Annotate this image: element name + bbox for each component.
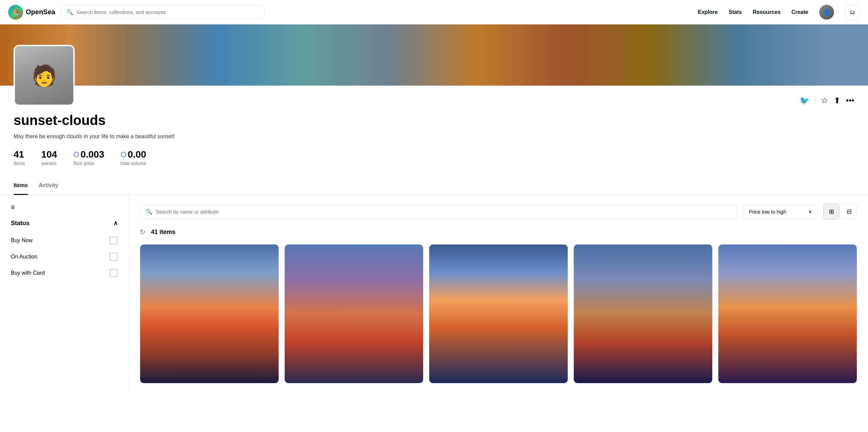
nav-create[interactable]: Create bbox=[791, 9, 808, 15]
item-search-icon: 🔍 bbox=[146, 209, 152, 215]
on-auction-label: On Auction bbox=[11, 254, 37, 260]
nft-card[interactable] bbox=[284, 244, 423, 383]
nft-card[interactable] bbox=[718, 244, 857, 383]
status-chevron-up-icon: ∧ bbox=[113, 219, 118, 227]
nav-resources[interactable]: Resources bbox=[753, 9, 780, 15]
collection-header: 🧑 🐦 ☆ ⬆ ••• bbox=[0, 24, 868, 86]
action-divider bbox=[815, 96, 815, 105]
buy-now-checkbox[interactable] bbox=[110, 236, 118, 245]
buy-now-label: Buy Now bbox=[11, 237, 33, 244]
sort-label: Price low to high bbox=[749, 209, 786, 215]
collection-tabs: Items Activity bbox=[0, 177, 868, 195]
collection-title: sunset-clouds bbox=[14, 113, 854, 128]
nft-thumbnail bbox=[429, 245, 568, 383]
items-toolbar: 🔍 Price low to high ∨ ⊞ ⊟ bbox=[140, 203, 857, 220]
collection-description: May there be enough clouds in your life … bbox=[14, 133, 251, 140]
on-auction-checkbox[interactable] bbox=[110, 253, 118, 261]
nft-thumbnail bbox=[718, 245, 857, 383]
items-header: ↻ 41 items bbox=[140, 228, 857, 236]
global-search-input[interactable] bbox=[77, 9, 259, 15]
sort-dropdown[interactable]: Price low to high ∨ bbox=[743, 204, 818, 219]
status-section-header[interactable]: Status ∧ bbox=[11, 219, 118, 227]
stat-items-label: items bbox=[14, 161, 25, 166]
twitter-button[interactable]: 🐦 bbox=[799, 96, 810, 105]
filter-toggle-button[interactable]: ≡ bbox=[11, 203, 118, 211]
stat-floor-label: floor price bbox=[73, 161, 104, 166]
view-small-button[interactable]: ⊟ bbox=[841, 203, 857, 220]
nav-stats[interactable]: Stats bbox=[729, 9, 742, 15]
nft-card[interactable] bbox=[140, 244, 279, 383]
stat-owners-value: 104 bbox=[41, 149, 57, 160]
stat-owners-label: owners bbox=[41, 161, 57, 166]
logo-text: OpenSea bbox=[26, 8, 55, 16]
stat-items: 41 items bbox=[14, 149, 25, 166]
eth-icon-floor: ⬡ bbox=[73, 150, 79, 159]
global-search-bar: 🔍 bbox=[61, 5, 264, 19]
status-label: Status bbox=[11, 220, 30, 227]
status-filter-section: Status ∧ Buy Now On Auction Buy with Car… bbox=[11, 219, 118, 281]
filter-icon: ≡ bbox=[11, 203, 15, 211]
nft-thumbnail bbox=[285, 245, 423, 383]
favorite-button[interactable]: ☆ bbox=[821, 96, 828, 105]
nft-image bbox=[574, 245, 712, 383]
status-buy-with-card[interactable]: Buy with Card bbox=[11, 265, 118, 281]
nft-grid bbox=[140, 244, 857, 383]
view-large-button[interactable]: ⊞ bbox=[823, 203, 839, 220]
content-area: ≡ Status ∧ Buy Now On Auction Buy with C… bbox=[0, 195, 868, 392]
status-buy-now[interactable]: Buy Now bbox=[11, 232, 118, 249]
share-button[interactable]: ⬆ bbox=[834, 96, 841, 105]
sidebar: ≡ Status ∧ Buy Now On Auction Buy with C… bbox=[0, 195, 129, 392]
stat-volume-value: ⬡ 0.00 bbox=[120, 149, 146, 160]
item-search-input[interactable] bbox=[156, 209, 732, 215]
collection-banner bbox=[0, 24, 868, 86]
logo[interactable]: ⛵ OpenSea bbox=[8, 5, 55, 20]
user-avatar[interactable]: 👤 bbox=[819, 5, 834, 20]
svg-text:⛵: ⛵ bbox=[12, 7, 20, 15]
stat-items-value: 41 bbox=[14, 149, 25, 160]
item-search-bar: 🔍 bbox=[140, 204, 738, 219]
collection-avatar-image: 🧑 bbox=[15, 46, 73, 105]
nft-image bbox=[285, 245, 423, 383]
view-toggle: ⊞ ⊟ bbox=[823, 203, 857, 220]
stat-floor-value: ⬡ 0.003 bbox=[73, 149, 104, 160]
stat-owners: 104 owners bbox=[41, 149, 57, 166]
grid-large-icon: ⊞ bbox=[829, 208, 834, 215]
buy-with-card-label: Buy with Card bbox=[11, 270, 45, 276]
nav-links: Explore Stats Resources Create 👤 🗂 bbox=[698, 5, 860, 20]
grid-small-icon: ⊟ bbox=[847, 208, 852, 215]
more-button[interactable]: ••• bbox=[846, 96, 854, 105]
navbar: ⛵ OpenSea 🔍 Explore Stats Resources Crea… bbox=[0, 0, 868, 24]
eth-icon-volume: ⬡ bbox=[120, 150, 126, 159]
collection-stats: 41 items 104 owners ⬡ 0.003 floor price … bbox=[14, 149, 854, 166]
nav-explore[interactable]: Explore bbox=[698, 9, 718, 15]
buy-with-card-checkbox[interactable] bbox=[110, 269, 118, 277]
refresh-button[interactable]: ↻ bbox=[140, 228, 146, 236]
status-on-auction[interactable]: On Auction bbox=[11, 249, 118, 265]
nft-card[interactable] bbox=[429, 244, 568, 383]
opensea-logo-icon: ⛵ bbox=[8, 5, 23, 20]
wallet-icon: 🗂 bbox=[850, 9, 855, 15]
search-icon: 🔍 bbox=[67, 9, 73, 15]
wallet-button[interactable]: 🗂 bbox=[845, 5, 860, 20]
tab-activity[interactable]: Activity bbox=[39, 177, 58, 195]
stat-floor-price: ⬡ 0.003 floor price bbox=[73, 149, 104, 166]
nft-thumbnail bbox=[140, 245, 279, 383]
stat-total-volume: ⬡ 0.00 total volume bbox=[120, 149, 146, 166]
nft-image bbox=[140, 245, 279, 383]
collection-info: sunset-clouds May there be enough clouds… bbox=[0, 86, 868, 166]
stat-volume-label: total volume bbox=[120, 161, 146, 166]
collection-avatar: 🧑 bbox=[14, 45, 75, 106]
main-content: 🔍 Price low to high ∨ ⊞ ⊟ ↻ 41 items bbox=[129, 195, 868, 392]
sort-chevron-down-icon: ∨ bbox=[808, 209, 812, 215]
tab-items[interactable]: Items bbox=[14, 177, 28, 195]
nft-image bbox=[429, 245, 568, 383]
nft-image bbox=[718, 245, 857, 383]
collection-actions: 🐦 ☆ ⬆ ••• bbox=[799, 96, 854, 105]
nft-card[interactable] bbox=[573, 244, 713, 383]
nft-thumbnail bbox=[574, 245, 712, 383]
items-count: 41 items bbox=[151, 229, 175, 236]
